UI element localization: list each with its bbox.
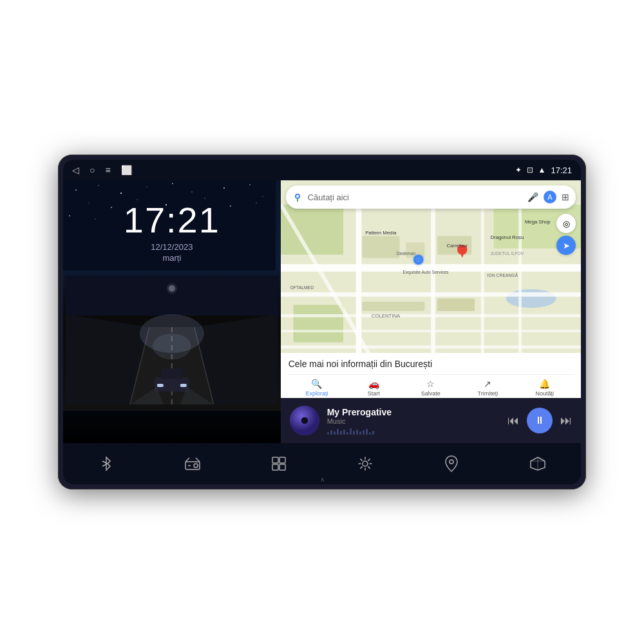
google-maps-pin-icon [292,192,303,202]
map-search-bar[interactable]: Căutați aici 🎤 A ⊞ [286,185,576,209]
svg-text:Carrefour: Carrefour [446,243,468,249]
svg-rect-49 [431,205,435,374]
saved-icon: ☆ [426,379,435,389]
svg-rect-32 [157,384,164,387]
bottom-nav: ∧ [63,443,581,484]
settings-gear-icon [357,456,373,471]
svg-point-18 [95,218,95,219]
svg-point-7 [223,187,225,189]
map-background: Pattern Media Carrefour Dragonul Roșu De… [281,180,581,398]
svg-rect-48 [355,205,361,374]
svg-text:Dragonul Roșu: Dragonul Roșu [490,234,524,240]
next-button[interactable]: ⏭ [560,414,572,428]
play-pause-button[interactable]: ⏸ [527,408,553,433]
search-placeholder-text: Căutați aici [308,193,522,202]
svg-point-76 [290,406,319,435]
nav-settings[interactable] [350,448,381,479]
svg-rect-51 [518,205,522,374]
menu-icon[interactable]: ≡ [105,165,110,175]
signal-icon: ▲ [538,166,546,175]
nav-apps[interactable] [263,448,294,479]
clock-day: marți [124,253,220,263]
svg-point-42 [506,289,556,308]
map-tab-explore[interactable]: 🔍 Explorați [289,377,345,398]
status-indicators: ✦ ⊡ ▲ 17:21 [515,166,572,175]
main-content: 17:21 12/12/2023 marți [63,180,581,443]
svg-point-37 [167,283,177,294]
svg-rect-24 [66,276,278,316]
svg-point-10 [88,202,89,203]
map-tab-explore-label: Explorați [305,390,328,397]
svg-point-89 [450,460,453,464]
wifi-icon: ⊡ [527,166,533,175]
svg-point-4 [146,186,147,187]
tunnel-svg [63,276,281,404]
svg-point-2 [98,185,99,186]
grid-icon[interactable]: ⊞ [562,192,569,202]
apps-grid-icon [271,456,287,471]
svg-point-77 [301,417,308,424]
svg-rect-39 [281,205,343,255]
svg-point-8 [249,184,251,185]
map-tab-start-label: Start [368,390,380,397]
svg-point-11 [111,207,112,208]
mic-icon[interactable]: 🎤 [527,192,538,202]
map-tab-send[interactable]: ↗ Trimiteți [459,377,516,398]
back-icon[interactable]: ◁ [72,165,79,175]
location-target-btn[interactable]: ◎ [556,214,576,233]
svg-rect-53 [362,236,399,258]
svg-text:Mega Shop: Mega Shop [525,219,551,225]
nav-radio[interactable] [177,448,208,479]
svg-point-29 [153,334,191,359]
svg-point-80 [194,464,198,468]
home-icon[interactable]: ○ [90,165,95,175]
prev-button[interactable]: ⏮ [507,414,519,428]
clock-date: 12/12/2023 [124,242,220,252]
svg-rect-41 [293,305,343,342]
map-pin-icon [444,455,459,472]
start-icon: 🚗 [368,379,379,389]
nav-carplay[interactable] [522,448,553,479]
album-art-svg [290,406,319,435]
svg-point-73 [412,254,424,266]
audio-waveform [327,427,500,435]
map-nav-tabs: 🔍 Explorați 🚗 Start ☆ Salvate [289,374,573,398]
recent-icon[interactable]: ⬜ [121,165,132,175]
nav-bluetooth[interactable] [91,448,122,479]
status-bar: ◁ ○ ≡ ⬜ ✦ ⊡ ▲ 17:21 [63,160,581,180]
map-tab-news[interactable]: 🔔 Noutăți [516,377,573,398]
svg-rect-56 [362,301,424,311]
device-screen: ◁ ○ ≡ ⬜ ✦ ⊡ ▲ 17:21 [63,160,581,484]
navigate-btn[interactable]: ➤ [556,236,576,255]
explore-icon: 🔍 [311,379,322,389]
svg-text:Exquisite Auto Services: Exquisite Auto Services [402,270,449,275]
svg-rect-31 [161,368,183,379]
svg-point-88 [363,461,368,466]
music-title: My Prerogative [327,407,500,417]
map-tab-start[interactable]: 🚗 Start [345,377,402,398]
account-icon[interactable]: A [544,191,556,204]
bluetooth-icon [99,456,114,471]
map-area[interactable]: Pattern Media Carrefour Dragonul Roșu De… [281,180,581,398]
svg-point-14 [204,198,205,198]
svg-point-16 [256,202,257,204]
svg-rect-33 [180,384,187,387]
right-panel: Pattern Media Carrefour Dragonul Roșu De… [281,180,581,443]
map-controls: ◎ ➤ [556,214,576,255]
music-player: My Prerogative Music [281,398,581,443]
svg-point-15 [230,205,231,207]
music-subtitle: Music [327,417,500,425]
svg-point-17 [69,215,70,216]
svg-rect-84 [272,457,278,463]
svg-text:OFTALMED: OFTALMED [290,285,314,290]
left-panel: 17:21 12/12/2023 marți [63,180,281,443]
map-info-banner: Cele mai noi informații din București 🔍 … [281,353,581,398]
send-icon: ↗ [484,379,491,389]
album-art [290,406,319,435]
svg-text:JUDEȚUL ILFOV: JUDEȚUL ILFOV [490,251,524,256]
nav-maps[interactable] [436,448,467,479]
svg-point-75 [296,195,299,198]
svg-line-83 [196,458,200,462]
map-tab-news-label: Noutăți [536,390,554,397]
map-tab-saved[interactable]: ☆ Salvate [402,377,459,398]
